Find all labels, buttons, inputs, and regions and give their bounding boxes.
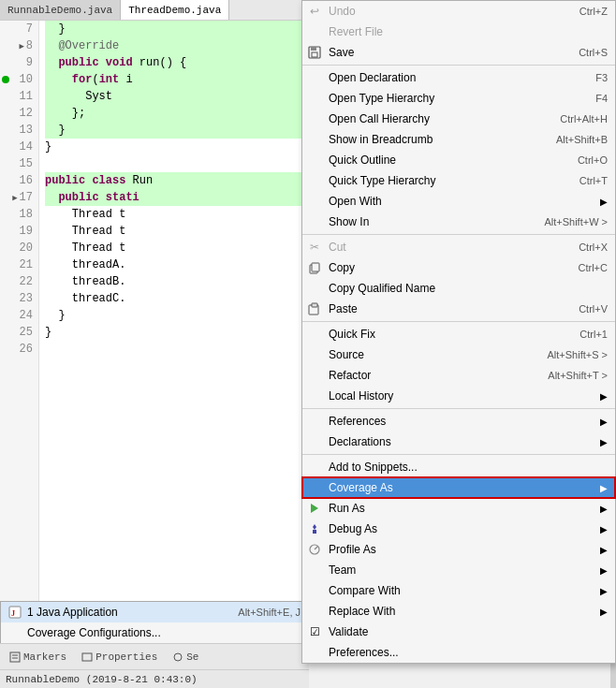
menu-quick-outline-label: Quick Outline [329, 154, 396, 167]
menu-quick-type-hierarchy[interactable]: Quick Type Hierarchy Ctrl+T [302, 170, 615, 191]
code-line-26 [45, 341, 309, 358]
quick-outline-icon [306, 152, 323, 168]
menu-show-in-label: Show In [329, 215, 369, 228]
menu-validate[interactable]: ☑ Validate [302, 622, 615, 642]
ln-7: 7 [0, 21, 38, 37]
code-line-14: } [45, 139, 309, 155]
menu-profile-label: Profile As [329, 543, 376, 556]
menu-cut-label: Cut [329, 241, 346, 254]
code-line-20: Thread t [45, 240, 309, 256]
menu-cut[interactable]: ✂ Cut Ctrl+X [302, 237, 615, 257]
menu-debug-as[interactable]: Debug As ▶ [302, 519, 615, 539]
menu-quick-fix[interactable]: Quick Fix Ctrl+1 [302, 324, 615, 344]
popup-item-java-app[interactable]: J 1 Java Application Alt+Shift+E, J [1, 602, 308, 622]
open-declaration-icon [306, 69, 323, 86]
ln-19: 19 [0, 223, 38, 240]
profile-as-icon [306, 541, 323, 558]
menu-undo[interactable]: ↩ Undo Ctrl+Z [302, 1, 615, 22]
menu-references[interactable]: References ▶ [302, 411, 615, 432]
se-icon [172, 651, 183, 663]
separator-2 [302, 234, 615, 235]
save-icon [306, 44, 323, 61]
code-line-17: public stati [45, 189, 309, 206]
ln-13: 13 [0, 122, 38, 139]
menu-coverage-as[interactable]: Coverage As ▶ [302, 477, 615, 498]
line-numbers: 7 8 9 10 11 12 13 14 15 16 17 18 19 20 2… [0, 21, 39, 643]
menu-save[interactable]: Save Ctrl+S [302, 42, 615, 63]
svg-rect-13 [312, 303, 317, 307]
menu-open-declaration[interactable]: Open Declaration F3 [302, 67, 615, 88]
code-line-10: for(int i [45, 71, 309, 88]
menu-quick-outline[interactable]: Quick Outline Ctrl+O [302, 150, 615, 170]
compare-icon [306, 582, 323, 599]
menu-run-as[interactable]: Run As ▶ [302, 498, 615, 519]
tab-markers[interactable]: Markers [4, 650, 72, 665]
menu-local-history[interactable]: Local History ▶ [302, 386, 615, 406]
ln-8: 8 [0, 37, 38, 54]
menu-revert-label: Revert File [329, 25, 383, 38]
menu-show-breadcrumb[interactable]: Show in Breadcrumb Alt+Shift+B [302, 129, 615, 150]
ln-22: 22 [0, 273, 38, 290]
tab-label: RunnableDemo.java [7, 5, 112, 16]
menu-profile-as[interactable]: Profile As ▶ [302, 539, 615, 560]
tab-thread-demo[interactable]: ThreadDemo.java [121, 0, 229, 20]
menu-refactor[interactable]: Refactor Alt+Shift+T > [302, 365, 615, 386]
popup-item-coverage-config[interactable]: Coverage Configurations... [1, 622, 308, 643]
popup-item-java-label: 1 Java Application [27, 606, 118, 619]
menu-add-snippets[interactable]: Add to Snippets... [302, 457, 615, 477]
popup-item-java-shortcut: Alt+Shift+E, J [238, 607, 301, 618]
svg-marker-14 [311, 504, 318, 513]
menu-team[interactable]: Team ▶ [302, 560, 615, 580]
coverage-arrow: ▶ [591, 483, 608, 493]
menu-source[interactable]: Source Alt+Shift+S > [302, 344, 615, 365]
menu-show-in-shortcut: Alt+Shift+W > [525, 216, 608, 227]
tab-properties[interactable]: Properties [76, 650, 163, 665]
menu-compare-with[interactable]: Compare With ▶ [302, 580, 615, 601]
ln-21: 21 [0, 256, 38, 273]
tab-se[interactable]: Se [167, 650, 204, 665]
tab-label-active: ThreadDemo.java [128, 5, 221, 16]
code-content: } @Override public void run() { for(int … [39, 21, 309, 643]
separator-4 [302, 408, 615, 409]
menu-open-call-hierarchy[interactable]: Open Call Hierarchy Ctrl+Alt+H [302, 109, 615, 129]
code-line-13: } [45, 122, 309, 139]
menu-replace-with[interactable]: Replace With ▶ [302, 601, 615, 622]
references-arrow: ▶ [591, 417, 608, 427]
menu-paste[interactable]: Paste Ctrl+V [302, 299, 615, 319]
markers-label: Markers [23, 651, 66, 663]
menu-paste-shortcut: Ctrl+V [560, 303, 608, 315]
menu-open-with[interactable]: Open With ▶ [302, 191, 615, 212]
ln-9: 9 [0, 54, 38, 71]
undo-icon: ↩ [306, 3, 323, 20]
preferences-icon [306, 644, 323, 661]
svg-text:J: J [11, 609, 15, 618]
menu-copy-qualified[interactable]: Copy Qualified Name [302, 278, 615, 299]
menu-preferences[interactable]: Preferences... [302, 642, 615, 663]
menu-copy[interactable]: Copy Ctrl+C [302, 257, 615, 278]
properties-icon [81, 651, 93, 663]
declarations-arrow: ▶ [591, 437, 608, 447]
copy-qualified-icon [306, 280, 323, 297]
menu-revert[interactable]: Revert File [302, 22, 615, 42]
menu-undo-label: Undo [329, 5, 356, 18]
menu-declarations[interactable]: Declarations ▶ [302, 432, 615, 452]
call-hierarchy-icon [306, 110, 323, 127]
menu-quick-outline-shortcut: Ctrl+O [559, 154, 608, 166]
refactor-icon [306, 367, 323, 384]
menu-open-type-hierarchy[interactable]: Open Type Hierarchy F4 [302, 88, 615, 109]
menu-open-declaration-label: Open Declaration [329, 71, 416, 84]
menu-cut-shortcut: Ctrl+X [560, 242, 608, 253]
tab-runnable-demo[interactable]: RunnableDemo.java [0, 0, 121, 20]
se-label: Se [186, 651, 198, 663]
menu-save-label: Save [329, 46, 354, 59]
menu-coverage-label: Coverage As [329, 481, 393, 494]
menu-show-in[interactable]: Show In Alt+Shift+W > [302, 212, 615, 232]
markers-icon [9, 651, 21, 663]
bottom-popup: J 1 Java Application Alt+Shift+E, J Cove… [0, 601, 309, 643]
ln-12: 12 [0, 105, 38, 122]
code-line-9: public void run() { [45, 54, 309, 71]
java-app-icon: J [8, 606, 22, 619]
revert-icon [306, 23, 323, 40]
validate-icon: ☑ [306, 623, 323, 640]
menu-preferences-label: Preferences... [329, 646, 399, 659]
